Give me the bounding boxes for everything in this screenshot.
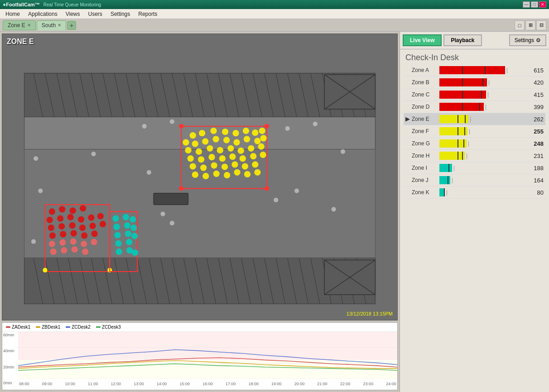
svg-rect-69 <box>154 193 188 205</box>
svg-point-171 <box>170 120 174 124</box>
zone-row-zone-h[interactable]: Zone H|231 <box>404 150 545 162</box>
svg-point-169 <box>132 249 138 256</box>
zone-count: 164 <box>525 177 544 184</box>
single-view-button[interactable]: □ <box>515 20 525 30</box>
svg-point-123 <box>49 208 55 215</box>
x-label: 08:00 <box>19 382 29 386</box>
tab-south[interactable]: South ✕ <box>37 20 66 30</box>
x-label: 17:00 <box>226 382 236 386</box>
svg-point-73 <box>179 186 183 191</box>
zone-bar-tick2 <box>465 115 466 123</box>
svg-point-145 <box>59 239 66 246</box>
svg-point-177 <box>170 221 174 225</box>
svg-rect-185 <box>18 332 397 360</box>
svg-point-88 <box>233 139 240 145</box>
svg-point-124 <box>59 206 65 212</box>
menu-item-views[interactable]: Views <box>62 10 84 18</box>
playback-button[interactable]: Playback <box>443 34 482 46</box>
minimize-button[interactable]: — <box>523 1 530 8</box>
legend-dot <box>36 326 40 328</box>
chart-legend: ZADesk1ZBDesk1ZCDesk2ZCDesk3 <box>2 323 397 332</box>
zone-row-zone-f[interactable]: Zone F|255 <box>404 125 545 138</box>
zone-pipe: | <box>488 79 490 86</box>
legend-dot <box>66 326 70 328</box>
zone-bar-container: | <box>439 163 523 172</box>
zone-row-zone-i[interactable]: Zone I|188 <box>404 162 545 174</box>
zone-row-zone-d[interactable]: Zone D|399 <box>404 101 545 113</box>
svg-point-104 <box>229 153 236 160</box>
legend-item-zbdesk1: ZBDesk1 <box>36 325 60 330</box>
svg-point-147 <box>81 241 87 247</box>
svg-point-112 <box>231 161 238 167</box>
zone-bar <box>439 127 467 135</box>
svg-point-180 <box>332 207 336 211</box>
maximize-button[interactable]: □ <box>531 1 538 8</box>
zone-row-zone-g[interactable]: Zone G|248 <box>404 138 545 150</box>
live-view-button[interactable]: Live View <box>403 34 442 46</box>
quad-view-button[interactable]: ⊞ <box>525 20 535 30</box>
zone-bar-tick1 <box>462 78 463 86</box>
svg-point-150 <box>61 247 67 253</box>
zone-bar-tick1 <box>458 152 458 160</box>
tab-zone-e-close[interactable]: ✕ <box>27 23 31 28</box>
menu-item-users[interactable]: Users <box>85 10 106 18</box>
zone-row-zone-a[interactable]: Zone A|615 <box>404 64 545 76</box>
zone-bar-tick2 <box>463 139 464 148</box>
zone-pipe: | <box>470 116 471 122</box>
svg-point-116 <box>202 173 209 179</box>
y-label-20: 20min <box>3 365 17 369</box>
svg-point-140 <box>60 231 66 237</box>
x-label: 20:00 <box>294 382 305 386</box>
zone-row-zone-e[interactable]: ▶Zone E|262 <box>404 113 545 125</box>
svg-point-129 <box>67 214 73 220</box>
svg-point-125 <box>70 207 76 214</box>
legend-label: ZCDesk3 <box>102 325 121 330</box>
zone-row-zone-j[interactable]: Zone J|164 <box>404 174 545 186</box>
svg-point-79 <box>232 130 239 136</box>
svg-point-132 <box>97 213 104 220</box>
grid-view-button[interactable]: ⊟ <box>536 20 546 30</box>
menu-item-home[interactable]: Home <box>2 10 24 18</box>
svg-point-134 <box>58 223 65 229</box>
zone-name: Zone K <box>412 189 437 196</box>
menu-item-settings[interactable]: Settings <box>107 10 134 18</box>
menu-item-reports[interactable]: Reports <box>135 10 161 18</box>
zone-bar-container: | <box>439 188 523 197</box>
zone-row-zone-k[interactable]: Zone K|80 <box>404 186 545 199</box>
add-tab-button[interactable]: + <box>67 21 76 30</box>
legend-label: ZCDesk2 <box>72 325 91 330</box>
zone-bar-container: | <box>439 127 523 136</box>
zone-row-zone-c[interactable]: Zone C|415 <box>404 89 545 101</box>
zone-bar-tick2 <box>481 91 482 99</box>
tabbar: Zone E ✕ South ✕ + □ ⊞ ⊟ <box>0 19 549 32</box>
svg-point-93 <box>196 148 202 155</box>
tab-south-label: South <box>42 22 56 29</box>
svg-rect-68 <box>24 149 376 258</box>
svg-point-74 <box>265 186 269 191</box>
svg-point-170 <box>142 124 147 129</box>
close-button[interactable]: ✕ <box>539 1 546 8</box>
x-label: 22:00 <box>340 382 351 386</box>
svg-point-78 <box>222 129 228 135</box>
menu-item-applications[interactable]: Applications <box>24 10 61 18</box>
svg-point-90 <box>254 138 260 144</box>
svg-point-160 <box>124 222 130 229</box>
svg-point-153 <box>43 268 47 272</box>
app-name: FootfallCam™ <box>6 2 40 7</box>
zone-bar-tick1 <box>462 103 463 111</box>
tab-zone-e[interactable]: Zone E ✕ <box>3 20 36 30</box>
settings-label: Settings <box>515 37 534 43</box>
svg-point-99 <box>258 143 264 150</box>
zone-row-zone-b[interactable]: Zone B|420 <box>404 76 545 89</box>
svg-point-107 <box>260 152 266 158</box>
x-label: 11:00 <box>88 382 98 386</box>
svg-point-114 <box>252 161 258 167</box>
svg-point-142 <box>81 232 87 239</box>
svg-point-89 <box>244 136 250 142</box>
svg-point-159 <box>113 224 120 230</box>
zone-bar-tick1 <box>448 164 449 172</box>
svg-point-161 <box>130 225 137 231</box>
svg-point-179 <box>294 188 299 193</box>
settings-button[interactable]: Settings ⚙ <box>509 34 546 46</box>
tab-south-close[interactable]: ✕ <box>58 23 61 28</box>
